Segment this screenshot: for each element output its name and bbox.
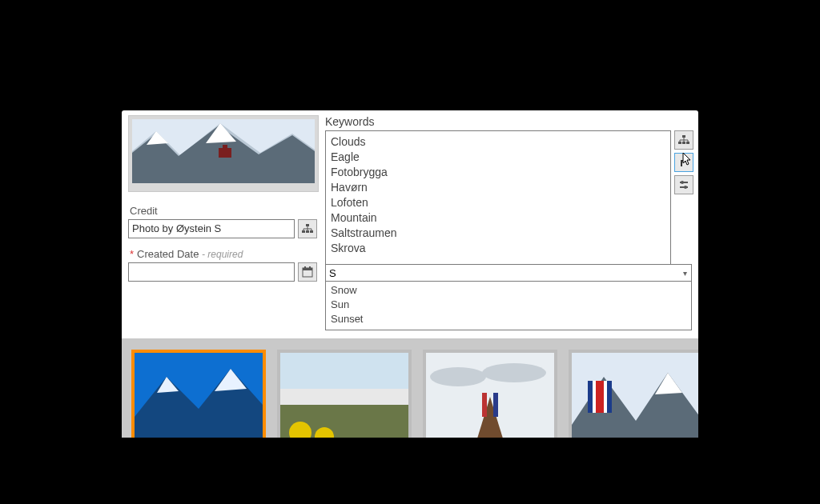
hierarchy-icon	[678, 134, 689, 146]
created-date-label: *Created Date - required	[130, 248, 317, 260]
gallery-tile-selected[interactable]	[131, 350, 266, 438]
svg-point-34	[482, 363, 546, 382]
svg-rect-6	[223, 145, 227, 148]
keywords-column: Keywords Clouds Eagle Fotobrygga Havørn …	[325, 115, 692, 330]
svg-rect-5	[219, 148, 231, 158]
sliders-icon	[678, 179, 689, 190]
keyword-item[interactable]: Skrova	[331, 241, 665, 256]
gallery-tile[interactable]	[277, 350, 412, 438]
suggestion-item[interactable]: Snow	[331, 283, 686, 298]
credit-input[interactable]	[128, 219, 295, 238]
svg-point-22	[684, 186, 687, 189]
mountain-preview-image	[132, 119, 315, 183]
gallery-tile[interactable]	[423, 350, 557, 438]
svg-rect-36	[482, 393, 487, 417]
svg-point-33	[430, 367, 486, 386]
left-column: Credit	[128, 115, 317, 282]
metadata-panel: Credit	[122, 110, 698, 438]
chevron-down-icon[interactable]: ▾	[678, 269, 691, 278]
created-date-group: *Created Date - required	[128, 248, 317, 282]
keyword-item[interactable]: Lofoten	[331, 195, 665, 210]
tree-picker-button[interactable]	[298, 219, 317, 238]
credit-label: Credit	[130, 205, 317, 217]
preview-thumbnail[interactable]	[128, 115, 319, 192]
keyword-input-row: ▾	[325, 264, 692, 282]
svg-rect-8	[302, 230, 305, 233]
keyword-item[interactable]: Eagle	[331, 150, 665, 165]
gallery-strip	[122, 338, 698, 438]
svg-rect-18	[686, 142, 689, 144]
keywords-listbox[interactable]: Clouds Eagle Fotobrygga Havørn Lofoten M…	[325, 130, 671, 265]
svg-rect-10	[310, 230, 313, 233]
keyword-transfer-button[interactable]	[674, 153, 693, 172]
svg-rect-7	[306, 224, 309, 226]
suggestion-item[interactable]: Sunset	[331, 312, 686, 326]
date-picker-button[interactable]	[298, 262, 317, 282]
keyword-add-input[interactable]	[326, 266, 678, 280]
svg-point-21	[681, 181, 684, 184]
keyword-item[interactable]: Saltstraumen	[331, 226, 665, 241]
credit-group: Credit	[128, 205, 317, 238]
svg-rect-12	[303, 268, 312, 270]
keyword-tree-button[interactable]	[674, 130, 693, 150]
svg-rect-9	[306, 230, 309, 233]
keyword-item[interactable]: Fotobrygga	[331, 165, 665, 180]
keyword-item[interactable]: Havørn	[331, 180, 665, 195]
svg-rect-43	[596, 381, 604, 413]
keyword-item[interactable]: Mountain	[331, 210, 665, 226]
keywords-label: Keywords	[325, 115, 692, 128]
hierarchy-icon	[302, 223, 313, 234]
created-date-input[interactable]	[128, 262, 295, 282]
calendar-icon	[302, 266, 313, 278]
keyword-item[interactable]: Clouds	[331, 134, 665, 150]
required-star-icon: *	[130, 248, 134, 260]
svg-rect-37	[493, 393, 498, 417]
svg-rect-17	[682, 142, 685, 144]
arrow-up-right-icon	[678, 157, 689, 168]
svg-rect-16	[678, 142, 681, 144]
svg-rect-29	[280, 389, 408, 405]
gallery-tile[interactable]	[569, 350, 698, 438]
suggestion-item[interactable]: Sun	[331, 298, 686, 312]
keyword-settings-button[interactable]	[674, 175, 693, 194]
svg-rect-15	[682, 135, 685, 138]
keyword-suggestions: Snow Sun Sunset	[325, 282, 692, 330]
